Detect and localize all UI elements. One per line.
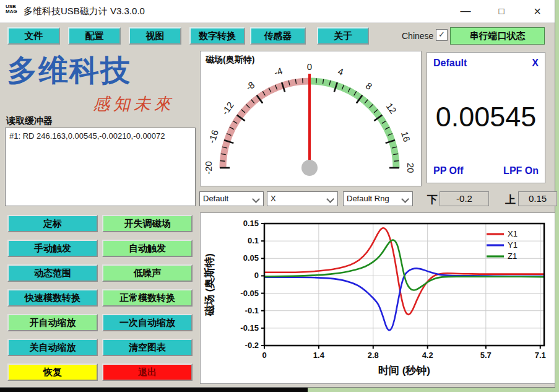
gauge-pivot bbox=[301, 160, 318, 176]
gauge-scale-label: -4 bbox=[272, 65, 284, 77]
gauge-tick bbox=[394, 161, 399, 162]
legend-label-y1: Y1 bbox=[508, 240, 518, 250]
gauge-scale-label: 8 bbox=[364, 80, 375, 92]
fast-adc-button[interactable]: 快速模数转换 bbox=[7, 289, 98, 307]
mode-dropdown[interactable]: Default bbox=[199, 191, 264, 206]
axis-dropdown-value: X bbox=[271, 194, 276, 203]
window-title: 多维科技USB磁力计 V3.3.0.0 bbox=[24, 6, 145, 17]
axis-dropdown[interactable]: X bbox=[267, 191, 338, 206]
y-tick-label: 0.15 bbox=[243, 219, 259, 228]
gauge-positive-band bbox=[310, 81, 396, 168]
x-tick-label: 1.4 bbox=[313, 351, 325, 360]
y-tick-label: -0.05 bbox=[240, 289, 259, 298]
gauge-title: 磁场(奥斯特) bbox=[206, 54, 254, 66]
chinese-checkbox[interactable]: ✓ bbox=[436, 29, 448, 41]
autoscale-once-button[interactable]: 一次自动缩放 bbox=[102, 314, 193, 331]
chevron-down-icon bbox=[401, 195, 409, 203]
menu-sensor[interactable]: 传感器 bbox=[250, 27, 306, 45]
read-buffer-label: 读取缓冲器 bbox=[6, 115, 53, 127]
restore-button[interactable]: 恢复 bbox=[7, 364, 98, 381]
lpf-status-label: LPF On bbox=[503, 165, 539, 176]
y-tick-label: 0.1 bbox=[248, 236, 259, 245]
y-tick-label: -0.2 bbox=[245, 341, 259, 350]
readout-value: 0.00545 bbox=[427, 101, 545, 133]
clear-chart-button[interactable]: 清空图表 bbox=[102, 339, 193, 356]
desktop: USB MAG 多维科技USB磁力计 V3.3.0.0 — □ × 文件配置视图… bbox=[0, 0, 559, 392]
auto-trigger-button[interactable]: 自动触发 bbox=[102, 240, 193, 257]
close-button[interactable]: × bbox=[527, 2, 548, 20]
waveform-chart: 01.42.84.25.77.10.150.10.050-0.05-0.1-0.… bbox=[201, 213, 555, 383]
gauge-tick bbox=[303, 78, 303, 83]
upper-limit-label: 上 bbox=[505, 193, 516, 207]
menu-about[interactable]: 关于 bbox=[317, 27, 369, 45]
autoscale-off-button[interactable]: 关自动缩放 bbox=[7, 339, 98, 356]
upper-limit-field[interactable]: 0.15 bbox=[518, 191, 557, 206]
app-icon-line2: MAG bbox=[6, 9, 20, 14]
taskbar-strip bbox=[0, 387, 308, 392]
autoscale-on-button[interactable]: 开自动缩放 bbox=[7, 314, 98, 331]
brand-tagline: 感知未來 bbox=[93, 93, 175, 115]
gauge-scale-label: 20 bbox=[405, 163, 416, 173]
readout-mode-label: Default bbox=[433, 58, 467, 69]
range-dropdown-value: Default Rng bbox=[347, 194, 389, 203]
calibrate-button[interactable]: 定标 bbox=[7, 215, 98, 232]
x-tick-label: 5.7 bbox=[480, 351, 492, 360]
exit-button[interactable]: 退出 bbox=[102, 364, 193, 381]
mode-dropdown-value: Default bbox=[203, 194, 228, 203]
x-tick-label: 7.1 bbox=[535, 351, 546, 360]
manual-trigger-button[interactable]: 手动触发 bbox=[7, 240, 98, 257]
chinese-language-label: Chinese bbox=[402, 31, 433, 41]
legend-label-z1: Z1 bbox=[508, 251, 517, 261]
gauge-scale-label: 12 bbox=[384, 101, 399, 115]
minimize-button[interactable]: — bbox=[455, 2, 476, 20]
y-tick-label: -0.15 bbox=[240, 323, 259, 333]
lower-limit-field[interactable]: -0.2 bbox=[440, 191, 489, 206]
gauge-scale-label: -20 bbox=[203, 161, 214, 175]
gauge-scale-label: -16 bbox=[206, 129, 220, 145]
gauge-scale-label: -12 bbox=[219, 100, 236, 117]
lower-limit-label: 下 bbox=[427, 193, 438, 207]
readout-panel: Default X 0.00545 PP Off LPF On bbox=[427, 52, 545, 183]
series-z1 bbox=[264, 240, 544, 290]
x-tick-label: 4.2 bbox=[422, 351, 433, 360]
plot-frame bbox=[264, 224, 544, 346]
y-axis-label: 磁场 (奥斯特) bbox=[204, 253, 215, 316]
legend-label-x1: X1 bbox=[508, 229, 518, 238]
control-button-grid: 定标开失调磁场手动触发自动触发动态范围低噪声快速模数转换正常模数转换开自动缩放一… bbox=[7, 215, 193, 381]
gauge-tick bbox=[316, 78, 317, 83]
readout-axis-label: X bbox=[532, 58, 539, 69]
dynamic-range-button[interactable]: 动态范围 bbox=[7, 264, 98, 282]
brand-logo: 多维科技 bbox=[7, 51, 131, 90]
offset-field-on-button[interactable]: 开失调磁场 bbox=[102, 215, 193, 232]
chevron-down-icon bbox=[326, 195, 334, 203]
gauge-scale-label: 16 bbox=[399, 130, 412, 143]
y-tick-label: 0.05 bbox=[243, 253, 259, 263]
titlebar: USB MAG 多维科技USB磁力计 V3.3.0.0 — □ × bbox=[0, 0, 555, 23]
gauge-scale-label: 4 bbox=[337, 66, 345, 77]
low-noise-button[interactable]: 低噪声 bbox=[102, 264, 193, 282]
chart-panel: 01.42.84.25.77.10.150.10.050-0.05-0.1-0.… bbox=[200, 212, 555, 384]
gauge-negative-band bbox=[223, 81, 310, 168]
read-buffer-textarea[interactable]: #1: RD 246.163,0.00545,-0.00210,-0.00072 bbox=[5, 128, 196, 206]
app-window: USB MAG 多维科技USB磁力计 V3.3.0.0 — □ × 文件配置视图… bbox=[0, 0, 555, 388]
menu-config[interactable]: 配置 bbox=[68, 27, 121, 45]
gauge-dial: -20-16-12-8-4048121620 bbox=[201, 51, 421, 186]
serial-port-status-button[interactable]: 串行端口状态 bbox=[450, 27, 545, 45]
menu-digital-conversion[interactable]: 数字转换 bbox=[189, 27, 245, 45]
x-tick-label: 0 bbox=[262, 351, 266, 360]
gauge-panel: 磁场(奥斯特) -20-16-12-8-4048121620 bbox=[200, 51, 422, 186]
range-dropdown[interactable]: Default Rng bbox=[343, 191, 413, 206]
menu-file[interactable]: 文件 bbox=[7, 27, 60, 45]
y-tick-label: -0.1 bbox=[245, 306, 259, 315]
maximize-button[interactable]: □ bbox=[491, 2, 512, 20]
gauge-tick bbox=[220, 161, 225, 162]
gauge-scale-label: -8 bbox=[243, 79, 256, 93]
normal-adc-button[interactable]: 正常模数转换 bbox=[102, 289, 193, 307]
chevron-down-icon bbox=[252, 195, 260, 203]
pp-status-label: PP Off bbox=[433, 165, 464, 176]
x-axis-label: 时间 (秒钟) bbox=[378, 365, 430, 377]
app-icon: USB MAG bbox=[6, 4, 20, 18]
y-tick-label: 0 bbox=[254, 271, 259, 280]
menu-view[interactable]: 视图 bbox=[129, 27, 181, 45]
x-tick-label: 2.8 bbox=[368, 351, 379, 360]
